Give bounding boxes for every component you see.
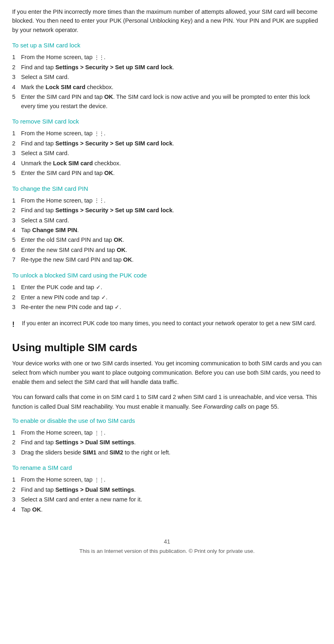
step-text: From the Home screen, tap ⋮⋮. xyxy=(21,196,322,205)
step-number: 3 xyxy=(12,216,21,225)
step-text: Enter the new SIM card PIN and tap OK. xyxy=(21,245,322,254)
step-item: 5 Enter the SIM card PIN and tap OK. The… xyxy=(12,92,322,111)
step-item: 2 Find and tap Settings > Security > Set… xyxy=(12,139,322,148)
step-item: 4 Unmark the Lock SIM card checkbox. xyxy=(12,159,322,168)
step-text: Enter a new PIN code and tap ✓. xyxy=(21,293,322,302)
step-text: Enter the PUK code and tap ✓. xyxy=(21,283,322,292)
step-item: 3 Drag the sliders beside SIM1 and SIM2 … xyxy=(12,448,322,457)
step-text: Unmark the Lock SIM card checkbox. xyxy=(21,159,322,168)
step-text: Find and tap Settings > Security > Set u… xyxy=(21,206,322,215)
step-item: 4 Tap Change SIM PIN. xyxy=(12,226,322,235)
step-text: Select a SIM card. xyxy=(21,149,322,158)
legal-text: This is an Internet version of this publ… xyxy=(12,548,322,554)
step-text: Find and tap Settings > Dual SIM setting… xyxy=(21,485,322,494)
section-heading-setup-sim-lock: To set up a SIM card lock xyxy=(12,42,322,49)
step-item: 4 Tap OK. xyxy=(12,505,322,514)
step-number: 4 xyxy=(12,226,21,235)
step-text: Enter the old SIM card PIN and tap OK. xyxy=(21,235,322,244)
steps-unlock-blocked-sim: 1 Enter the PUK code and tap ✓. 2 Enter … xyxy=(12,283,322,312)
step-number: 3 xyxy=(12,448,21,457)
step-number: 1 xyxy=(12,129,21,138)
warning-icon: ! xyxy=(12,319,18,330)
step-item: 3 Select a SIM card and enter a new name… xyxy=(12,495,322,504)
step-text: Enter the SIM card PIN and tap OK. xyxy=(21,168,322,177)
step-text: Tap Change SIM PIN. xyxy=(21,226,322,235)
step-number: 7 xyxy=(12,255,21,264)
step-text: Drag the sliders beside SIM1 and SIM2 to… xyxy=(21,448,322,457)
grid-icon: ⋮⋮ xyxy=(94,429,104,437)
step-number: 2 xyxy=(12,485,21,494)
step-number: 3 xyxy=(12,149,21,158)
step-item: 6 Enter the new SIM card PIN and tap OK. xyxy=(12,245,322,254)
steps-rename-sim: 1 From the Home screen, tap ⋮⋮. 2 Find a… xyxy=(12,475,322,514)
para2-suffix: on page 55. xyxy=(246,403,279,410)
step-item: 4 Mark the Lock SIM card checkbox. xyxy=(12,83,322,92)
step-item: 3 Select a SIM card. xyxy=(12,73,322,81)
grid-icon: ⋮⋮ xyxy=(94,54,104,62)
section-heading-change-sim-pin: To change the SIM card PIN xyxy=(12,185,322,192)
step-item: 7 Re-type the new SIM card PIN and tap O… xyxy=(12,255,322,264)
step-number: 2 xyxy=(12,139,21,148)
step-text: Find and tap Settings > Dual SIM setting… xyxy=(21,438,322,447)
step-text: From the Home screen, tap ⋮⋮. xyxy=(21,129,322,138)
step-item: 3 Re-enter the new PIN code and tap ✓. xyxy=(12,303,322,312)
step-item: 1 From the Home screen, tap ⋮⋮. xyxy=(12,428,322,437)
step-number: 6 xyxy=(12,245,21,254)
step-text: Find and tap Settings > Security > Set u… xyxy=(21,139,322,148)
page-footer: 41 This is an Internet version of this p… xyxy=(12,538,322,554)
checkmark-icon: ✓ xyxy=(96,283,101,292)
step-text: From the Home screen, tap ⋮⋮. xyxy=(21,53,322,62)
step-number: 4 xyxy=(12,159,21,168)
grid-icon: ⋮⋮ xyxy=(94,197,104,205)
step-number: 5 xyxy=(12,235,21,244)
step-item: 2 Find and tap Settings > Security > Set… xyxy=(12,63,322,72)
step-text: Re-type the new SIM card PIN and tap OK. xyxy=(21,255,322,264)
step-number: 2 xyxy=(12,206,21,215)
step-text: From the Home screen, tap ⋮⋮. xyxy=(21,428,322,437)
warning-block: ! If you enter an incorrect PUK code too… xyxy=(12,319,322,330)
step-number: 3 xyxy=(12,495,21,504)
section-heading-enable-disable-sims: To enable or disable the use of two SIM … xyxy=(12,417,322,424)
step-number: 3 xyxy=(12,303,21,311)
step-item: 3 Select a SIM card. xyxy=(12,149,322,158)
step-number: 1 xyxy=(12,196,21,205)
step-number: 5 xyxy=(12,92,21,101)
step-number: 5 xyxy=(12,168,21,177)
using-multiple-sim-para2: You can forward calls that come in on SI… xyxy=(12,392,322,411)
step-text: Tap OK. xyxy=(21,505,322,514)
step-text: From the Home screen, tap ⋮⋮. xyxy=(21,475,322,484)
steps-remove-sim-lock: 1 From the Home screen, tap ⋮⋮. 2 Find a… xyxy=(12,129,322,177)
step-item: 2 Enter a new PIN code and tap ✓. xyxy=(12,293,322,302)
step-number: 4 xyxy=(12,505,21,514)
para2-italic: Forwarding calls xyxy=(204,403,247,410)
page-number: 41 xyxy=(12,538,322,545)
step-text: Select a SIM card. xyxy=(21,73,322,81)
section-heading-unlock-blocked-sim: To unlock a blocked SIM card using the P… xyxy=(12,272,322,279)
step-item: 2 Find and tap Settings > Security > Set… xyxy=(12,206,322,215)
section-heading-remove-sim-lock: To remove SIM card lock xyxy=(12,118,322,125)
step-text: Enter the SIM card PIN and tap OK. The S… xyxy=(21,92,322,111)
step-text: Find and tap Settings > Security > Set u… xyxy=(21,63,322,72)
step-item: 3 Select a SIM card. xyxy=(12,216,322,225)
step-number: 2 xyxy=(12,438,21,447)
step-item: 1 From the Home screen, tap ⋮⋮. xyxy=(12,53,322,62)
step-number: 2 xyxy=(12,293,21,302)
steps-change-sim-pin: 1 From the Home screen, tap ⋮⋮. 2 Find a… xyxy=(12,196,322,264)
step-number: 1 xyxy=(12,428,21,437)
checkmark-icon: ✓ xyxy=(115,303,119,312)
checkmark-icon: ✓ xyxy=(101,293,106,302)
step-text: Select a SIM card. xyxy=(21,216,322,225)
step-item: 1 From the Home screen, tap ⋮⋮. xyxy=(12,129,322,138)
step-number: 1 xyxy=(12,475,21,484)
step-item: 1 From the Home screen, tap ⋮⋮. xyxy=(12,196,322,205)
grid-icon: ⋮⋮ xyxy=(94,130,104,138)
step-number: 2 xyxy=(12,63,21,72)
step-item: 2 Find and tap Settings > Dual SIM setti… xyxy=(12,485,322,494)
using-multiple-sim-para1: Your device works with one or two SIM ca… xyxy=(12,359,322,387)
step-text: Re-enter the new PIN code and tap ✓. xyxy=(21,303,322,312)
step-number: 1 xyxy=(12,283,21,292)
steps-setup-sim-lock: 1 From the Home screen, tap ⋮⋮. 2 Find a… xyxy=(12,53,322,111)
step-text: Select a SIM card and enter a new name f… xyxy=(21,495,322,504)
section-heading-rename-sim: To rename a SIM card xyxy=(12,464,322,471)
step-number: 3 xyxy=(12,73,21,81)
